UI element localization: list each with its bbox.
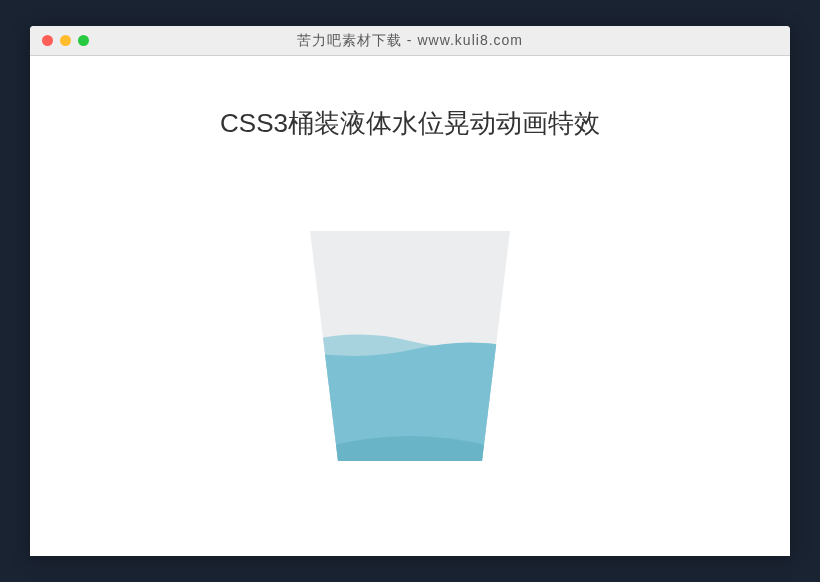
- cup-container: [30, 231, 790, 461]
- browser-window: 苦力吧素材下载 - www.kuli8.com CSS3桶装液体水位晃动动画特效: [30, 26, 790, 556]
- window-controls: [42, 35, 89, 46]
- water-cup-icon: [310, 231, 510, 461]
- page-content: CSS3桶装液体水位晃动动画特效: [30, 56, 790, 461]
- minimize-icon[interactable]: [60, 35, 71, 46]
- page-heading: CSS3桶装液体水位晃动动画特效: [30, 106, 790, 141]
- close-icon[interactable]: [42, 35, 53, 46]
- window-titlebar: 苦力吧素材下载 - www.kuli8.com: [30, 26, 790, 56]
- window-title: 苦力吧素材下载 - www.kuli8.com: [42, 32, 778, 50]
- maximize-icon[interactable]: [78, 35, 89, 46]
